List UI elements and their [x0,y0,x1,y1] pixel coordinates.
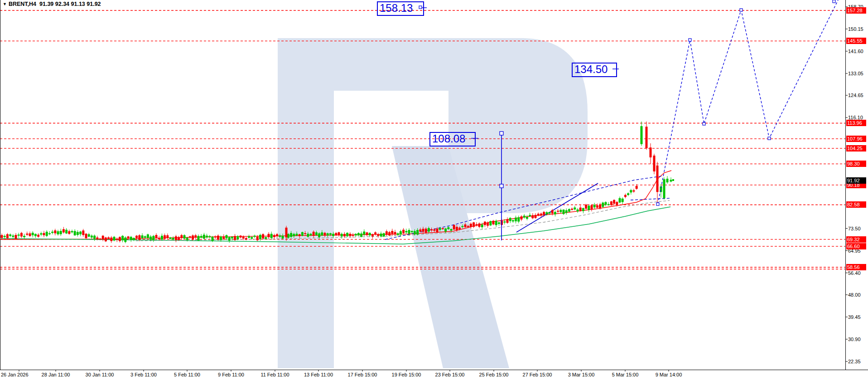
price-axis-label: 133.05 [848,70,868,77]
candle [318,233,320,237]
candle [214,236,217,237]
candle [99,239,101,239]
candle [208,236,211,237]
candle [102,236,104,240]
candle [506,220,509,223]
candle [200,236,203,238]
candle [653,156,656,171]
candle [270,234,273,238]
candle [495,221,497,225]
candle [226,235,228,239]
candle [48,233,51,234]
candle [192,235,194,239]
candle [430,229,433,230]
candle [329,233,332,234]
candle [419,230,421,232]
candle [630,190,632,192]
candle [96,238,98,239]
candle [57,231,59,234]
candle [523,215,526,217]
candle [599,205,601,209]
candle [363,231,365,234]
candle [15,235,17,239]
candle [231,237,233,239]
candle [352,235,354,236]
price-target-annotation[interactable]: 158.13 [377,1,424,16]
candle [37,234,39,236]
zigzag-node-marker[interactable] [740,9,743,11]
symbol-label: BRENT,H4 [9,1,36,7]
price-target-annotation[interactable]: 134.50 [572,63,617,77]
candle [515,218,517,221]
candle [397,233,399,234]
candle [91,235,93,237]
candle [377,234,379,236]
candle [236,236,239,239]
candle [144,236,146,238]
candle [282,236,284,239]
price-level-label: 58.56 [846,264,866,270]
time-axis-label: 9 Mar 14:00 [656,372,682,377]
price-axis-label: 30.90 [848,336,868,342]
candle [582,208,584,211]
symbol-dropdown-icon[interactable]: ▼ [3,2,7,6]
ohlc-values: 91.39 92.34 91.13 91.92 [39,1,101,7]
candle [602,203,604,207]
zigzag-node-marker[interactable] [703,122,705,125]
candle [574,207,576,209]
price-target-annotation[interactable]: 108.08 [429,132,476,147]
candle [34,234,37,236]
candle [254,236,256,237]
time-axis-label: 23 Feb 15:00 [435,372,465,377]
zigzag-node-marker[interactable] [768,137,771,140]
trend-blue-flat-dashed[interactable] [631,198,670,200]
candle [335,233,337,235]
price-chart-canvas[interactable] [0,0,868,381]
price-projection-zigzag[interactable] [658,0,839,204]
candle [360,234,362,237]
candle [428,228,430,232]
candle [310,234,312,235]
price-level-label: 69.32 [846,236,866,243]
candle [554,212,556,214]
candle [610,201,612,205]
candle [369,233,371,235]
candle [349,234,351,236]
time-axis-label: 28 Jan 11:00 [42,372,70,377]
zigzag-node-marker[interactable] [689,39,691,41]
candle [545,212,548,215]
candle [470,224,472,227]
candle [71,231,73,232]
candle [585,205,587,209]
candle [20,233,23,237]
candle [405,231,407,232]
candle [478,224,481,227]
vertical-line-handle[interactable] [500,132,503,135]
candle [149,237,152,240]
candle [481,225,483,227]
zigzag-node-marker[interactable] [833,0,835,3]
candle [633,190,635,192]
price-level-label: 104.25 [846,145,866,151]
trading-chart-window: ▼BRENT,H4 91.39 92.34 91.13 91.92 158.70… [0,0,868,381]
vertical-line-handle[interactable] [500,184,503,188]
candle [29,233,31,236]
symbol-ohlc-header: ▼BRENT,H4 91.39 92.34 91.13 91.92 [3,1,101,7]
candle [411,231,413,232]
candle [498,222,500,224]
candle [279,235,281,237]
watermark-logo-stem [278,38,334,368]
candle [65,230,68,234]
candle [473,222,475,227]
time-axis-label: 13 Feb 11:00 [304,372,333,377]
candle [119,237,121,241]
candle [141,235,144,238]
candle [287,234,289,238]
candle [565,210,568,213]
candle [439,228,441,230]
candle [616,202,618,205]
zigzag-node-marker[interactable] [656,203,659,205]
candle [613,200,615,204]
candle [400,231,402,234]
candle [557,211,559,212]
